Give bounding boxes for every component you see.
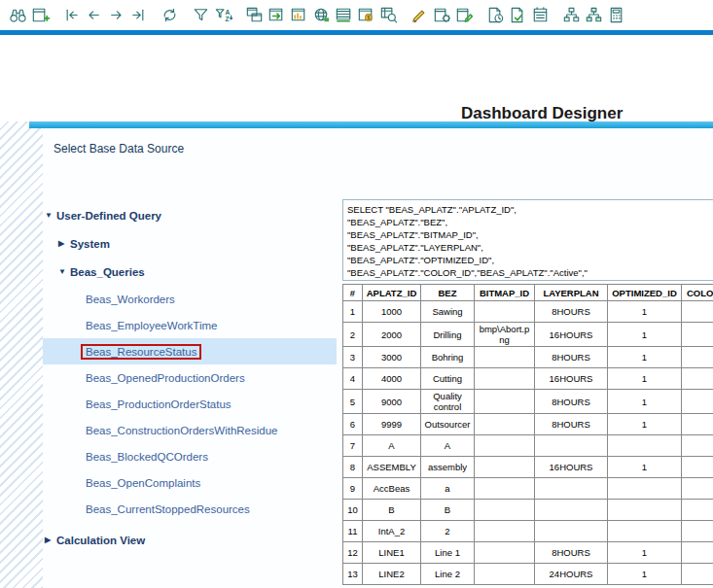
table-cell[interactable]: 1 [608, 347, 682, 368]
window-report-icon[interactable] [288, 4, 310, 26]
table-cell[interactable] [475, 414, 535, 435]
table-cell[interactable]: 2 [421, 521, 475, 542]
table-cell[interactable]: Cutting [421, 368, 475, 390]
table-cell[interactable]: A [363, 435, 421, 457]
table-cell[interactable] [682, 564, 713, 585]
table-cell[interactable] [682, 323, 713, 347]
tree-item-beas-employeeworktime[interactable]: Beas_EmployeeWorkTime [43, 312, 337, 338]
document-check-icon[interactable] [507, 4, 529, 26]
table-cell[interactable] [475, 478, 535, 500]
table-cell[interactable]: 8HOURS [535, 542, 608, 564]
table-cell[interactable]: 16HOURS [535, 323, 608, 347]
row-number-cell[interactable]: 11 [343, 521, 363, 542]
row-number-cell[interactable]: 9 [343, 478, 363, 500]
table-cell[interactable]: 4000 [363, 368, 421, 390]
table-cell[interactable]: 2000 [363, 323, 421, 347]
row-number-cell[interactable]: 12 [343, 542, 363, 564]
table-cell[interactable] [535, 500, 608, 521]
previous-record-icon[interactable] [83, 4, 105, 26]
table-cell[interactable] [475, 368, 535, 390]
table-cell[interactable]: 3000 [363, 347, 421, 368]
window-rows-icon[interactable] [333, 4, 355, 26]
table-cell[interactable]: IntA_2 [363, 521, 421, 542]
window-forward-icon[interactable] [266, 4, 288, 26]
row-number-cell[interactable]: 4 [343, 368, 363, 390]
table-cell[interactable] [682, 435, 713, 457]
table-cell[interactable]: bmp\Abort.png [475, 323, 535, 347]
table-cell[interactable]: Outsourcer [421, 414, 475, 435]
expand-triangle-icon[interactable]: ▶ [45, 536, 56, 544]
sort-az-icon[interactable]: AZ [212, 4, 234, 26]
row-number-cell[interactable]: 1 [343, 301, 363, 323]
table-cell[interactable]: 9000 [363, 390, 421, 414]
tree-item-calculation-view[interactable]: ▶Calculation View [43, 526, 337, 554]
form-settings-icon[interactable] [431, 4, 453, 26]
table-cell[interactable] [475, 542, 535, 564]
column-header-layerplan[interactable]: LAYERPLAN [535, 285, 608, 301]
table-cell[interactable]: 8HOURS [535, 390, 608, 414]
table-cell[interactable]: B [421, 500, 475, 521]
tree-item-beas-opencomplaints[interactable]: Beas_OpenComplaints [43, 469, 337, 496]
row-number-cell[interactable]: 3 [343, 347, 363, 368]
org-chart-alt-icon[interactable] [583, 4, 605, 26]
table-cell[interactable] [682, 368, 713, 390]
table-cell[interactable] [475, 301, 535, 323]
table-cell[interactable] [682, 521, 713, 542]
table-cell[interactable]: a [421, 478, 475, 500]
filter-icon[interactable] [190, 4, 212, 26]
table-cell[interactable]: 8HOURS [535, 301, 608, 323]
table-cell[interactable] [608, 435, 682, 457]
table-cell[interactable]: 1 [608, 368, 682, 390]
table-cell[interactable] [682, 347, 713, 368]
first-record-icon[interactable] [60, 4, 83, 26]
calculator-icon[interactable] [605, 4, 627, 26]
column-header-optimized-id[interactable]: OPTIMIZED_ID [608, 285, 682, 301]
table-cell[interactable] [682, 301, 713, 323]
table-cell[interactable]: Line 2 [421, 564, 475, 585]
table-cell[interactable] [475, 521, 535, 542]
tree-item-beas-queries[interactable]: ▼Beas_Queries [43, 258, 337, 286]
find-icon[interactable] [7, 4, 29, 26]
tree-item-beas-blockedqcorders[interactable]: Beas_BlockedQCOrders [43, 443, 337, 469]
tree-item-system[interactable]: ▶System [43, 229, 337, 258]
table-cell[interactable]: ASSEMBLY [363, 457, 421, 478]
table-cell[interactable]: Line 1 [421, 542, 475, 564]
table-cell[interactable]: assembly [421, 457, 475, 478]
table-cell[interactable] [535, 435, 608, 457]
table-cell[interactable]: 1 [608, 457, 682, 478]
column-header-aplatz-id[interactable]: APLATZ_ID [363, 285, 421, 301]
table-cell[interactable]: 1 [608, 323, 682, 347]
table-cell[interactable]: 1 [608, 542, 682, 564]
row-number-cell[interactable]: 7 [343, 435, 363, 457]
table-cell[interactable] [682, 500, 713, 521]
windows-cascade-icon[interactable] [243, 4, 266, 26]
refresh-icon[interactable] [159, 4, 181, 26]
table-cell[interactable] [475, 457, 535, 478]
table-cell[interactable]: 1 [608, 414, 682, 435]
table-cell[interactable]: LINE2 [363, 564, 421, 585]
tree-item-user-defined-query[interactable]: ▼User-Defined Query [43, 201, 337, 229]
table-cell[interactable] [682, 478, 713, 500]
table-cell[interactable]: 8HOURS [535, 347, 608, 368]
table-cell[interactable] [608, 478, 682, 500]
table-cell[interactable] [682, 542, 713, 564]
table-cell[interactable]: A [421, 435, 475, 457]
expand-triangle-icon[interactable]: ▶ [58, 239, 70, 248]
add-form-icon[interactable] [29, 4, 52, 26]
window-currency-icon[interactable]: $ [355, 4, 377, 26]
table-cell[interactable] [475, 347, 535, 368]
table-cell[interactable]: B [363, 500, 421, 521]
table-cell[interactable] [475, 390, 535, 414]
row-number-cell[interactable]: 2 [343, 323, 363, 347]
column-header-color-id[interactable]: COLOR_ID [682, 285, 713, 301]
table-cell[interactable]: 9999 [363, 414, 421, 435]
org-chart-icon[interactable] [560, 4, 583, 26]
table-cell[interactable] [608, 500, 682, 521]
table-cell[interactable]: 8HOURS [535, 414, 608, 435]
report-list-icon[interactable] [529, 4, 552, 26]
tree-item-beas-productionorderstatus[interactable]: Beas_ProductionOrderStatus [43, 391, 337, 417]
table-cell[interactable] [608, 521, 682, 542]
row-number-cell[interactable]: 5 [343, 390, 363, 414]
column-header-bez[interactable]: BEZ [421, 285, 475, 301]
table-cell[interactable]: Quality control [421, 390, 475, 414]
